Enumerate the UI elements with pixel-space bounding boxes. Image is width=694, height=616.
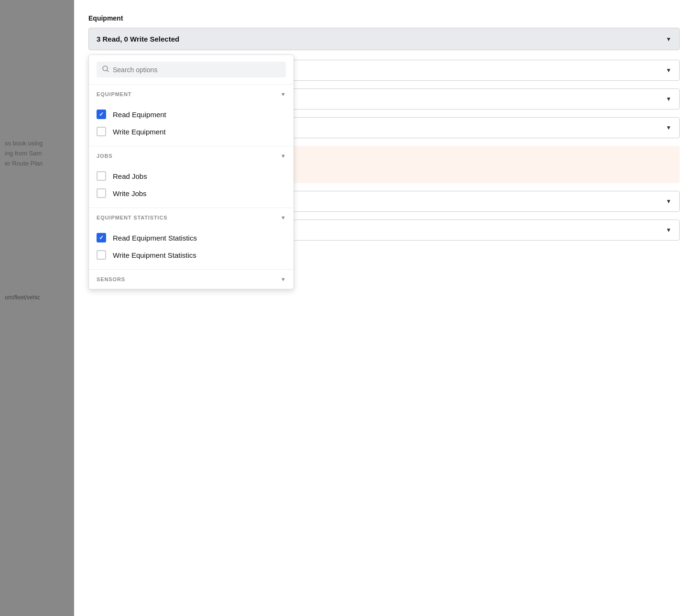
- equipment-dropdown-container: 3 Read, 0 Write Selected ▼: [88, 28, 680, 50]
- group-jobs-chevron-icon: ▼: [281, 153, 286, 159]
- search-box: [89, 55, 293, 85]
- dropdown-5-arrow-icon: ▼: [666, 198, 672, 205]
- list-item[interactable]: Write Equipment Statistics: [89, 246, 293, 264]
- read-equipment-statistics-label: Read Equipment Statistics: [113, 234, 197, 242]
- write-equipment-statistics-checkbox[interactable]: [97, 250, 106, 260]
- group-sensors-chevron-icon: ▼: [281, 276, 286, 282]
- equipment-dropdown-value: 3 Read, 0 Write Selected: [97, 35, 179, 43]
- group-equipment-header[interactable]: EQUIPMENT ▼: [89, 85, 293, 104]
- main-panel: Equipment 3 Read, 0 Write Selected ▼: [74, 0, 694, 616]
- group-sensors-label: SENSORS: [97, 276, 125, 282]
- group-jobs-items: Read Jobs Write Jobs: [89, 165, 293, 208]
- group-equipment-statistics-items: Read Equipment Statistics Write Equipmen…: [89, 227, 293, 269]
- group-equipment-statistics-header[interactable]: EQUIPMENT STATISTICS ▼: [89, 208, 293, 227]
- search-input-wrapper: [97, 62, 286, 77]
- read-equipment-statistics-checkbox[interactable]: [97, 233, 106, 242]
- equipment-dropdown-trigger[interactable]: 3 Read, 0 Write Selected ▼: [88, 28, 680, 50]
- search-input[interactable]: [113, 66, 280, 74]
- write-jobs-label: Write Jobs: [113, 189, 147, 198]
- dropdown-3-arrow-icon: ▼: [666, 96, 672, 102]
- group-jobs: JOBS ▼ Read Jobs Write Jobs: [89, 146, 293, 208]
- group-equipment-statistics: EQUIPMENT STATISTICS ▼ Read Equipment St…: [89, 208, 293, 270]
- dropdown-6-arrow-icon: ▼: [666, 227, 672, 233]
- write-jobs-checkbox[interactable]: [97, 188, 106, 198]
- list-item[interactable]: Write Jobs: [89, 185, 293, 202]
- read-equipment-checkbox[interactable]: [97, 110, 106, 119]
- read-jobs-label: Read Jobs: [113, 172, 147, 180]
- group-jobs-label: JOBS: [97, 153, 112, 159]
- svg-line-1: [107, 70, 108, 72]
- dropdown-2-arrow-icon: ▼: [666, 67, 672, 74]
- write-equipment-checkbox[interactable]: [97, 127, 106, 136]
- list-item[interactable]: Read Jobs: [89, 167, 293, 185]
- equipment-dropdown-menu: EQUIPMENT ▼ Read Equipment Write Equipme…: [88, 55, 294, 289]
- group-equipment-statistics-label: EQUIPMENT STATISTICS: [97, 215, 168, 220]
- dropdown-4-arrow-icon: ▼: [666, 124, 672, 131]
- group-equipment: EQUIPMENT ▼ Read Equipment Write Equipme…: [89, 85, 293, 146]
- equipment-dropdown-arrow-icon: ▼: [666, 36, 672, 43]
- list-item[interactable]: Write Equipment: [89, 123, 293, 140]
- sidebar-partial-text: ss book using ing from Sam er Route Plan: [0, 134, 74, 173]
- url-bar: om/fleet/vehic: [0, 292, 45, 303]
- read-jobs-checkbox[interactable]: [97, 171, 106, 181]
- list-item[interactable]: Read Equipment Statistics: [89, 229, 293, 246]
- write-equipment-statistics-label: Write Equipment Statistics: [113, 251, 196, 259]
- group-sensors: SENSORS ▼: [89, 270, 293, 289]
- group-equipment-chevron-icon: ▼: [281, 91, 286, 97]
- list-item[interactable]: Read Equipment: [89, 106, 293, 123]
- search-icon: [102, 66, 109, 74]
- group-equipment-items: Read Equipment Write Equipment: [89, 104, 293, 146]
- group-jobs-header[interactable]: JOBS ▼: [89, 146, 293, 165]
- equipment-section-label: Equipment: [88, 14, 680, 22]
- group-equipment-statistics-chevron-icon: ▼: [281, 215, 286, 220]
- write-equipment-label: Write Equipment: [113, 128, 166, 136]
- read-equipment-label: Read Equipment: [113, 110, 166, 119]
- group-sensors-header[interactable]: SENSORS ▼: [89, 270, 293, 289]
- group-equipment-label: EQUIPMENT: [97, 91, 131, 97]
